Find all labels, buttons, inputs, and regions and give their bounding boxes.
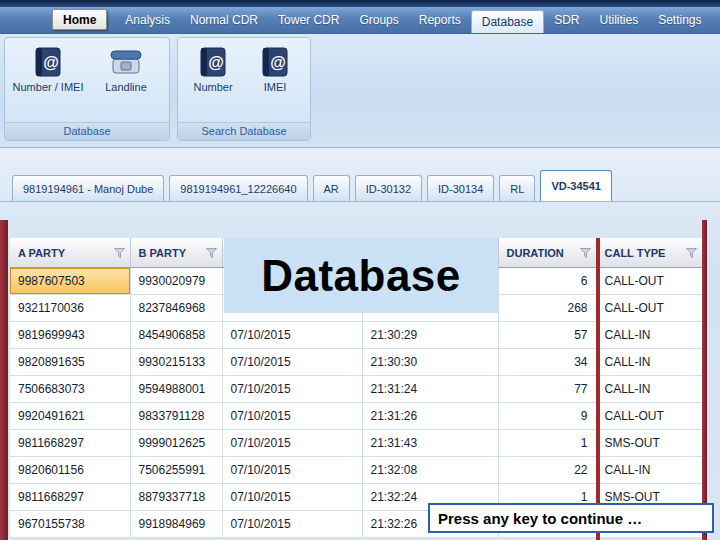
document-tab-ar[interactable]: AR: [313, 175, 350, 201]
cell-time[interactable]: 21:31:26: [362, 403, 498, 430]
cell-a-party[interactable]: 9819699943: [10, 322, 130, 349]
group-label-search-database: Search Database: [178, 122, 310, 140]
tab-groups[interactable]: Groups: [349, 7, 408, 33]
tab-tower-cdr[interactable]: Tower CDR: [268, 7, 349, 33]
button-label: Number: [193, 81, 232, 94]
tab-settings[interactable]: Settings: [648, 7, 711, 33]
cell-a-party[interactable]: 9820891635: [10, 349, 130, 376]
cell-a-party[interactable]: 9820601156: [10, 457, 130, 484]
cell-time[interactable]: 21:30:29: [362, 322, 498, 349]
document-tab-rl[interactable]: RL: [499, 175, 535, 201]
cell-duration[interactable]: 6: [498, 268, 596, 295]
document-tab-manoj-dube[interactable]: 9819194961 - Manoj Dube: [12, 175, 164, 201]
cell-date[interactable]: 07/10/2015: [222, 403, 362, 430]
search-number-button[interactable]: @ Number: [182, 42, 244, 122]
filter-funnel-icon[interactable]: [114, 248, 125, 258]
cell-a-party[interactable]: 9811668297: [10, 484, 130, 511]
document-tab-id-30132[interactable]: ID-30132: [355, 175, 422, 201]
document-tab-id-30134[interactable]: ID-30134: [427, 175, 494, 201]
cell-date[interactable]: 07/10/2015: [222, 484, 362, 511]
cell-a-party[interactable]: 9920491621: [10, 403, 130, 430]
tab-utilities[interactable]: Utilities: [590, 7, 649, 33]
ribbon-group-search-database: @ Number @ IMEI Search D: [177, 37, 311, 141]
tab-sdr[interactable]: SDR: [544, 7, 589, 33]
document-tab-12226640[interactable]: 9819194961_12226640: [169, 175, 307, 201]
cell-b-party[interactable]: 8454906858: [130, 322, 222, 349]
cell-b-party[interactable]: 9999012625: [130, 430, 222, 457]
filter-funnel-icon[interactable]: [206, 248, 217, 258]
cell-b-party[interactable]: 9833791128: [130, 403, 222, 430]
application-window: Home Analysis Normal CDR Tower CDR Group…: [0, 0, 720, 540]
titlebar-strip: [0, 0, 720, 7]
button-label: Number / IMEI: [13, 81, 84, 94]
cell-date[interactable]: 07/10/2015: [222, 322, 362, 349]
group-label-database: Database: [5, 122, 169, 140]
cell-time[interactable]: 21:32:08: [362, 457, 498, 484]
cell-duration[interactable]: 77: [498, 376, 596, 403]
cell-a-party[interactable]: 7506683073: [10, 376, 130, 403]
tab-database[interactable]: Database: [471, 10, 544, 33]
cell-call-type[interactable]: CALL-IN: [596, 349, 702, 376]
slide-title-overlay: Database: [224, 238, 498, 313]
cell-call-type[interactable]: CALL-OUT: [596, 403, 702, 430]
cell-duration[interactable]: 9: [498, 403, 596, 430]
cell-duration[interactable]: 268: [498, 295, 596, 322]
tab-home[interactable]: Home: [52, 9, 107, 30]
button-label: IMEI: [264, 81, 287, 94]
ribbon-group-buttons: @ Number / IMEI Landline: [5, 38, 169, 122]
column-header-b-party[interactable]: B PARTY: [130, 238, 222, 268]
cell-time[interactable]: 21:31:43: [362, 430, 498, 457]
cell-a-party[interactable]: 9321170036: [10, 295, 130, 322]
column-header-label: DURATION: [507, 247, 564, 259]
cell-call-type[interactable]: SMS-OUT: [596, 430, 702, 457]
cell-b-party[interactable]: 9930215133: [130, 349, 222, 376]
column-header-duration[interactable]: DURATION: [498, 238, 596, 268]
cell-date[interactable]: 07/10/2015: [222, 349, 362, 376]
cell-b-party[interactable]: 9930020979: [130, 268, 222, 295]
cell-call-type[interactable]: CALL-OUT: [596, 268, 702, 295]
cell-date[interactable]: 07/10/2015: [222, 376, 362, 403]
button-label: Landline: [105, 81, 147, 94]
cell-date[interactable]: 07/10/2015: [222, 511, 362, 538]
tab-analysis[interactable]: Analysis: [115, 7, 180, 33]
left-red-frame-strip: [0, 220, 8, 540]
cell-call-type[interactable]: CALL-IN: [596, 376, 702, 403]
cell-date[interactable]: 07/10/2015: [222, 430, 362, 457]
cell-a-party[interactable]: 9987607503: [10, 268, 130, 295]
number-imei-button[interactable]: @ Number / IMEI: [9, 42, 87, 122]
cell-b-party[interactable]: 7506255991: [130, 457, 222, 484]
cell-b-party[interactable]: 9918984969: [130, 511, 222, 538]
svg-text:@: @: [270, 54, 286, 71]
filter-funnel-icon[interactable]: [686, 248, 697, 258]
cell-b-party[interactable]: 8879337718: [130, 484, 222, 511]
cell-duration[interactable]: 22: [498, 457, 596, 484]
cell-b-party[interactable]: 9594988001: [130, 376, 222, 403]
ribbon: @ Number / IMEI Landline: [0, 34, 720, 148]
continue-prompt: Press any key to continue …: [428, 503, 714, 533]
cell-call-type[interactable]: CALL-IN: [596, 457, 702, 484]
document-tab-vd-34541[interactable]: VD-34541: [540, 170, 612, 201]
svg-text:@: @: [43, 54, 59, 71]
cell-time[interactable]: 21:30:30: [362, 349, 498, 376]
call-type-highlight-line-right: [702, 220, 707, 540]
search-imei-button[interactable]: @ IMEI: [244, 42, 306, 122]
cell-time[interactable]: 21:31:24: [362, 376, 498, 403]
cell-duration[interactable]: 34: [498, 349, 596, 376]
filter-funnel-icon[interactable]: [580, 248, 591, 258]
column-header-call-type[interactable]: CALL TYPE: [596, 238, 702, 268]
column-header-a-party[interactable]: A PARTY: [10, 238, 130, 268]
cell-duration[interactable]: 1: [498, 430, 596, 457]
call-type-highlight-line-left: [596, 238, 600, 540]
cell-a-party[interactable]: 9670155738: [10, 511, 130, 538]
cell-date[interactable]: 07/10/2015: [222, 457, 362, 484]
cell-b-party[interactable]: 8237846968: [130, 295, 222, 322]
cell-call-type[interactable]: CALL-IN: [596, 322, 702, 349]
address-book-icon: @: [195, 44, 231, 80]
cell-a-party[interactable]: 9811668297: [10, 430, 130, 457]
cell-duration[interactable]: 57: [498, 322, 596, 349]
tab-reports[interactable]: Reports: [409, 7, 471, 33]
cell-call-type[interactable]: CALL-OUT: [596, 295, 702, 322]
landline-button[interactable]: Landline: [87, 42, 165, 122]
tab-normal-cdr[interactable]: Normal CDR: [180, 7, 268, 33]
address-book-icon: @: [257, 44, 293, 80]
